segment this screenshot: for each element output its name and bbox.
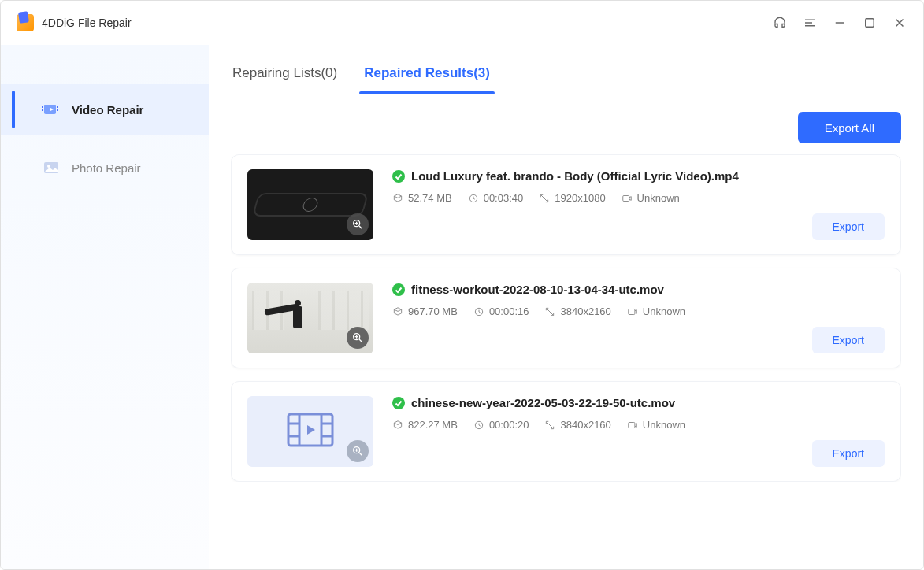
svg-line-27	[547, 308, 553, 314]
file-duration: 00:00:20	[473, 419, 529, 431]
file-resolution: 1920x1080	[539, 192, 605, 204]
svg-rect-7	[44, 105, 56, 114]
file-duration: 00:00:16	[473, 305, 529, 317]
zoom-icon[interactable]	[347, 213, 369, 235]
file-codec: Unknown	[627, 305, 685, 317]
thumbnail[interactable]	[247, 283, 373, 353]
tab-label: Repairing Lists	[232, 65, 321, 80]
tab-repaired-results[interactable]: Repaired Results(3)	[362, 59, 492, 94]
video-repair-icon	[42, 100, 61, 119]
file-size: 967.70 MB	[392, 305, 458, 317]
support-icon[interactable]	[772, 15, 788, 31]
success-icon	[392, 397, 405, 409]
sidebar: Video Repair Photo Repair	[1, 45, 209, 569]
result-card: fitness-workout-2022-08-10-13-04-34-utc.…	[231, 268, 901, 368]
thumbnail[interactable]	[247, 396, 373, 467]
svg-rect-28	[629, 309, 635, 314]
sidebar-item-label: Photo Repair	[72, 161, 141, 175]
svg-line-14	[359, 226, 362, 228]
file-size: 52.74 MB	[392, 192, 452, 204]
success-icon	[392, 283, 405, 296]
file-resolution: 3840x2160	[544, 419, 610, 431]
file-resolution: 3840x2160	[544, 305, 610, 317]
export-button[interactable]: Export	[812, 440, 885, 467]
svg-point-12	[47, 165, 50, 168]
result-card: Loud Luxury feat. brando - Body (Officia…	[231, 154, 901, 255]
svg-line-38	[359, 453, 362, 455]
svg-rect-44	[629, 422, 635, 428]
file-name: chinese-new-year-2022-05-03-22-19-50-utc…	[411, 396, 675, 409]
menu-icon[interactable]	[802, 15, 818, 31]
export-button[interactable]: Export	[812, 213, 885, 240]
result-card: chinese-new-year-2022-05-03-22-19-50-utc…	[231, 381, 901, 482]
sidebar-item-photo-repair[interactable]: Photo Repair	[1, 142, 209, 193]
export-all-button[interactable]: Export All	[798, 112, 901, 143]
file-name: Loud Luxury feat. brando - Body (Officia…	[411, 169, 739, 183]
minimize-icon[interactable]	[832, 15, 848, 31]
svg-point-25	[392, 283, 405, 296]
film-placeholder-icon	[287, 413, 334, 450]
tab-label: Repaired Results	[364, 65, 473, 80]
photo-repair-icon	[42, 158, 61, 177]
svg-marker-36	[307, 425, 315, 435]
svg-point-41	[392, 397, 405, 409]
file-name: fitness-workout-2022-08-10-13-04-34-utc.…	[411, 283, 664, 296]
zoom-icon[interactable]	[347, 440, 369, 462]
svg-rect-20	[622, 195, 629, 201]
success-icon	[392, 170, 405, 183]
file-duration: 00:03:40	[468, 192, 524, 204]
sidebar-item-label: Video Repair	[72, 103, 143, 117]
maximize-icon[interactable]	[862, 15, 878, 31]
app-title: 4DDiG File Repair	[42, 17, 132, 29]
sidebar-item-video-repair[interactable]: Video Repair	[1, 84, 209, 135]
main-panel: Repairing Lists(0) Repaired Results(3) E…	[209, 45, 923, 569]
close-icon[interactable]	[892, 15, 907, 31]
svg-line-43	[547, 421, 553, 428]
file-codec: Unknown	[622, 192, 680, 204]
zoom-icon[interactable]	[347, 327, 369, 349]
svg-line-19	[541, 194, 547, 201]
tabs: Repairing Lists(0) Repaired Results(3)	[231, 45, 901, 94]
file-codec: Unknown	[627, 419, 685, 431]
thumbnail[interactable]	[247, 169, 373, 240]
titlebar: 4DDiG File Repair	[1, 1, 923, 45]
tab-count: (3)	[473, 65, 490, 80]
results-list: Loud Luxury feat. brando - Body (Officia…	[231, 154, 901, 482]
svg-rect-4	[866, 19, 874, 28]
tab-repairing-lists[interactable]: Repairing Lists(0)	[231, 59, 339, 94]
file-size: 822.27 MB	[392, 419, 458, 431]
tab-count: (0)	[321, 65, 337, 80]
svg-point-17	[392, 170, 405, 183]
svg-line-22	[359, 339, 362, 342]
export-button[interactable]: Export	[812, 327, 885, 353]
app-logo-icon	[17, 14, 34, 31]
